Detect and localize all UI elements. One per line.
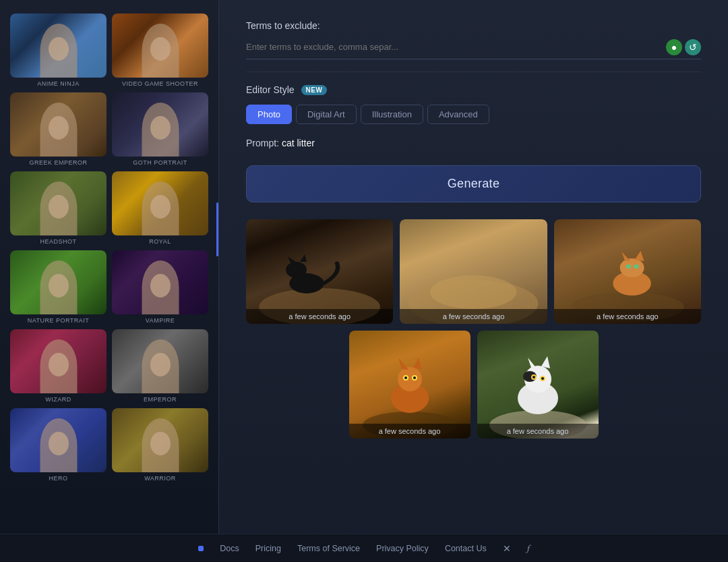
prompt-value: cat litter: [282, 138, 315, 148]
preset-video-game-shooter[interactable]: VIDEO GAME SHOOTER: [112, 13, 208, 87]
generate-button[interactable]: Generate: [246, 165, 701, 202]
main-content: Terms to exclude: ● ↺ Editor Style NEW P…: [219, 0, 728, 562]
svg-marker-11: [634, 251, 644, 261]
prompt-row: Prompt: cat litter: [246, 138, 701, 148]
terms-input-wrapper: ● ↺: [246, 38, 701, 59]
preset-label-royal: ROYAL: [112, 238, 208, 245]
svg-point-2: [286, 262, 307, 278]
timestamp-2: a few seconds ago: [400, 309, 547, 324]
generated-image-1[interactable]: a few seconds ago: [246, 219, 393, 324]
preset-royal[interactable]: ROYAL: [112, 171, 208, 245]
refresh-icon[interactable]: ↺: [685, 39, 701, 55]
svg-point-33: [541, 377, 544, 380]
preset-label-goth-portrait: GOTH PORTRAIT: [112, 159, 208, 166]
preset-greek-emperor[interactable]: GREEK EMPEROR: [10, 92, 107, 166]
editor-style-row: Editor Style NEW: [246, 84, 701, 95]
preset-wizard[interactable]: WIZARD: [10, 329, 107, 403]
svg-marker-18: [413, 358, 422, 370]
tab-photo[interactable]: Photo: [246, 105, 292, 124]
generated-image-5[interactable]: a few seconds ago: [477, 331, 599, 439]
new-badge: NEW: [301, 85, 328, 95]
footer-logo-dot: [198, 546, 204, 551]
presets-grid: ANIME NINJA VIDEO GAME SHOOTER GREEK EMP…: [10, 13, 208, 482]
editor-style-label: Editor Style: [246, 84, 295, 95]
svg-marker-4: [300, 254, 307, 262]
svg-point-21: [404, 376, 407, 379]
preset-vampire[interactable]: VAMPIRE: [112, 250, 208, 324]
preset-hero[interactable]: HERO: [10, 408, 107, 482]
preset-label-headshot: HEADSHOT: [10, 238, 107, 245]
terms-input[interactable]: [246, 38, 701, 59]
tab-illustration[interactable]: Illustration: [361, 105, 423, 124]
preset-label-greek-emperor: GREEK EMPEROR: [10, 159, 107, 166]
generated-image-3[interactable]: a few seconds ago: [554, 219, 701, 324]
preset-label-warrior: WARRIOR: [112, 475, 208, 482]
preset-label-video-game-shooter: VIDEO GAME SHOOTER: [112, 80, 208, 87]
svg-point-12: [626, 264, 631, 269]
preset-warrior[interactable]: WARRIOR: [112, 408, 208, 482]
preset-label-hero: HERO: [10, 475, 107, 482]
prompt-label: Prompt:: [246, 138, 282, 148]
preset-nature-portrait[interactable]: NATURE PORTRAIT: [10, 250, 107, 324]
footer: Docs Pricing Terms of Service Privacy Po…: [0, 534, 728, 562]
preset-label-vampire: VAMPIRE: [112, 317, 208, 324]
tab-advanced[interactable]: Advanced: [427, 105, 489, 124]
svg-point-13: [634, 264, 639, 269]
svg-point-16: [398, 367, 422, 391]
preset-label-nature-portrait: NATURE PORTRAIT: [10, 317, 107, 324]
style-tabs: Photo Digital Art Illustration Advanced: [246, 105, 701, 124]
footer-contact[interactable]: Contact Us: [445, 544, 487, 553]
preset-label-wizard: WIZARD: [10, 396, 107, 403]
timestamp-5: a few seconds ago: [477, 424, 599, 439]
terms-label: Terms to exclude:: [246, 20, 701, 31]
preset-headshot[interactable]: HEADSHOT: [10, 171, 107, 245]
preset-emperor[interactable]: EMPEROR: [112, 329, 208, 403]
svg-point-6: [430, 275, 516, 309]
add-term-icon[interactable]: ●: [666, 39, 682, 55]
input-icons: ● ↺: [666, 39, 701, 55]
svg-point-32: [533, 376, 535, 378]
preset-anime-ninja[interactable]: ANIME NINJA: [10, 13, 107, 87]
svg-marker-3: [288, 256, 298, 264]
footer-privacy[interactable]: Privacy Policy: [376, 544, 429, 553]
scroll-indicator: [216, 0, 218, 540]
scroll-thumb: [216, 202, 218, 256]
tab-digital-art[interactable]: Digital Art: [296, 105, 357, 124]
svg-point-9: [619, 258, 644, 277]
footer-terms[interactable]: Terms of Service: [297, 544, 360, 553]
svg-point-22: [413, 376, 416, 379]
preset-label-emperor: EMPEROR: [112, 396, 208, 403]
footer-docs[interactable]: Docs: [220, 544, 239, 553]
preset-label-anime-ninja: ANIME NINJA: [10, 80, 107, 87]
timestamp-3: a few seconds ago: [554, 309, 701, 324]
generated-images-row2: a few seconds ago: [246, 331, 701, 439]
generated-images-row1: a few seconds ago a few seconds ago: [246, 219, 701, 324]
timestamp-4: a few seconds ago: [349, 424, 471, 439]
generated-image-2[interactable]: a few seconds ago: [400, 219, 547, 324]
generated-image-4[interactable]: a few seconds ago: [349, 331, 471, 439]
preset-goth-portrait[interactable]: GOTH PORTRAIT: [112, 92, 208, 166]
twitter-icon[interactable]: ✕: [503, 543, 511, 554]
facebook-icon[interactable]: 𝑓: [527, 542, 530, 554]
svg-marker-29: [541, 356, 550, 368]
divider-1: [246, 72, 701, 72]
sidebar: ANIME NINJA VIDEO GAME SHOOTER GREEK EMP…: [0, 0, 219, 540]
footer-pricing[interactable]: Pricing: [255, 544, 281, 553]
svg-marker-10: [621, 252, 630, 261]
timestamp-1: a few seconds ago: [246, 309, 393, 324]
